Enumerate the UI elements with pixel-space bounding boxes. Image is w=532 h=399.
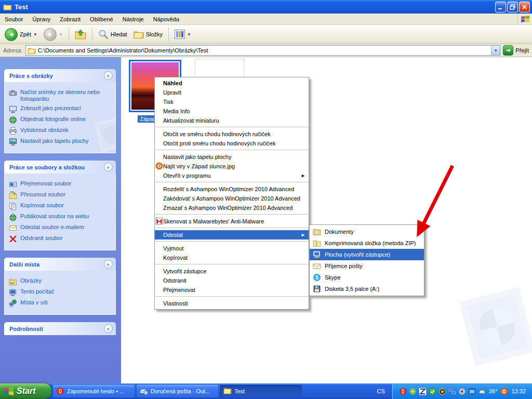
- link-publish-file[interactable]: Publikovat soubor na webu: [9, 213, 113, 221]
- link-order-prints[interactable]: Objednat fotografie online: [9, 116, 113, 124]
- task-zapomenute-heslo[interactable]: Zapomenuté heslo • ...: [53, 385, 135, 397]
- address-dropdown-button[interactable]: ▼: [491, 46, 500, 55]
- menu-item-upravit[interactable]: Upravit: [155, 88, 309, 97]
- submenu-item-zip[interactable]: Komprimovaná složka (metoda ZIP): [310, 237, 424, 249]
- submenu-item-plocha[interactable]: Plocha (vytvořit zástupce): [310, 249, 424, 260]
- views-button[interactable]: ▼: [172, 29, 194, 40]
- shield-check-icon[interactable]: [429, 388, 436, 395]
- submenu-arrow-icon: ►: [301, 232, 305, 237]
- volume-icon[interactable]: [458, 388, 466, 395]
- restore-button[interactable]: [507, 2, 518, 12]
- clock[interactable]: 13:32: [510, 388, 527, 394]
- task-test[interactable]: Test: [220, 385, 302, 397]
- link-rename-file[interactable]: Přejmenovat soubor: [9, 180, 113, 189]
- desktop-icon: [313, 250, 321, 259]
- language-indicator[interactable]: CS: [370, 383, 392, 399]
- menu-bar: Soubor Úpravy Zobrazit Oblíbené Nástroje…: [0, 14, 532, 25]
- link-network-places[interactable]: Místa v síti: [9, 299, 113, 308]
- submenu-item-label: Skype: [325, 274, 341, 281]
- menu-item-vyjmout[interactable]: Vyjmout: [155, 244, 309, 253]
- toolbar-separator: [69, 28, 69, 41]
- close-button[interactable]: [519, 2, 530, 12]
- menu-zobrazit[interactable]: Zobrazit: [55, 15, 85, 24]
- chevron-up-icon[interactable]: «: [104, 260, 113, 269]
- section-header[interactable]: Další místa «: [4, 258, 116, 271]
- menu-separator: [155, 296, 308, 297]
- menu-item-vytvorit-zastupce[interactable]: Vytvořit zástupce: [155, 267, 309, 276]
- network-icon[interactable]: [448, 388, 456, 395]
- menu-item-nahled[interactable]: Náhled: [155, 78, 309, 88]
- menu-item-rozdelit-ashampoo[interactable]: Rozdeliť s Ashampoo WinOptimizer 2010 Ad…: [155, 184, 309, 194]
- section-header[interactable]: Práce se soubory a složkou «: [4, 161, 116, 174]
- submenu-item-skype[interactable]: S Skype: [310, 272, 424, 283]
- submenu-item-prijemce-posty[interactable]: Příjemce pošty: [310, 260, 424, 272]
- link-slideshow[interactable]: Zobrazit jako prezentaci: [9, 105, 113, 113]
- green-flower-icon[interactable]: [409, 388, 417, 395]
- menu-item-otocit-ccw[interactable]: Otočit proti směru chodu hodinových ruči…: [155, 139, 309, 148]
- section-header[interactable]: Práce s obrázky «: [4, 69, 116, 82]
- menu-item-zakodovat-ashampoo[interactable]: Zakódovať s Ashampoo WinOptimizer 2010 A…: [155, 194, 309, 203]
- folders-button[interactable]: Složky: [131, 29, 165, 40]
- zonealarm-icon[interactable]: [419, 388, 427, 395]
- search-button[interactable]: Hledat: [96, 28, 130, 41]
- pictures-folder-icon: [9, 277, 17, 286]
- start-button[interactable]: Start: [0, 383, 51, 399]
- menu-item-media-info[interactable]: Media Info: [155, 107, 309, 116]
- back-dropdown-icon[interactable]: ▼: [33, 32, 37, 37]
- views-dropdown-icon[interactable]: ▼: [187, 32, 191, 37]
- menu-oblibene[interactable]: Oblíbené: [85, 15, 118, 24]
- zip-folder-icon: [313, 239, 321, 247]
- menu-item-tapeta[interactable]: Nastavit jako tapetu plochy: [155, 152, 309, 162]
- ashampoo-icon[interactable]: [500, 388, 508, 395]
- link-print-picture[interactable]: Vytisknout obrázek: [9, 127, 113, 135]
- link-move-file[interactable]: Přesunout soubor: [9, 191, 113, 200]
- link-delete-file[interactable]: Odstranit soubor: [9, 235, 113, 243]
- order-prints-icon: [9, 116, 17, 124]
- address-input[interactable]: C:\Documents and Settings\Administrator\…: [25, 45, 500, 56]
- menu-item-zmazat-ashampoo[interactable]: Zmazať s Ashampoo WinOptimizer 2010 Adva…: [155, 203, 309, 212]
- go-button[interactable]: Přejít: [503, 45, 530, 56]
- submenu-item-disketa[interactable]: Disketa 3,5 palce (A:): [310, 283, 424, 295]
- link-set-wallpaper[interactable]: Nastavit jako tapetu plochy: [9, 138, 113, 146]
- menu-item-otevrit-v-programu[interactable]: Otevřít v programu ►: [155, 171, 309, 180]
- section-other-places: Další místa « Obrázky Tento počítač: [4, 258, 116, 315]
- menu-item-skenovat-malwarebytes[interactable]: Skenovat s Malwarebytes' Anti-Malware: [155, 217, 309, 226]
- menu-item-otocit-cw[interactable]: Otočit ve směru chodu hodinových ručiček: [155, 129, 309, 139]
- system-tray: m 36° 13:32: [392, 383, 532, 399]
- taskbar: Start Zapomenuté heslo • ... Doručená po…: [0, 383, 532, 399]
- menu-item-aktualizovat-miniaturu[interactable]: Aktualizovat miniaturu: [155, 116, 309, 125]
- up-button[interactable]: [72, 28, 89, 41]
- link-my-computer[interactable]: Tento počítač: [9, 288, 113, 297]
- camera-icon: [9, 89, 17, 97]
- section-header[interactable]: Podrobnosti »: [4, 322, 116, 335]
- back-button[interactable]: Zpět ▼: [2, 27, 40, 42]
- link-pictures[interactable]: Obrázky: [9, 277, 113, 286]
- link-copy-file[interactable]: Kopírovat soubor: [9, 202, 113, 210]
- menu-item-odeslat[interactable]: Odeslat ►: [155, 230, 309, 240]
- copy-icon: [9, 202, 17, 210]
- minimize-button[interactable]: [495, 2, 506, 12]
- link-get-pictures[interactable]: Načíst snímky ze skeneru nebo fotoaparát…: [9, 89, 113, 102]
- safely-remove-icon[interactable]: [478, 388, 486, 395]
- menu-nastroje[interactable]: Nástroje: [118, 15, 149, 24]
- menu-item-tisk[interactable]: Tisk: [155, 97, 309, 107]
- menu-soubor[interactable]: Soubor: [0, 15, 28, 24]
- menu-item-odstranit[interactable]: Odstranit: [155, 276, 309, 285]
- menu-napoveda[interactable]: Nápověda: [149, 15, 184, 24]
- opera-icon[interactable]: [399, 388, 407, 395]
- temperature-indicator[interactable]: 36°: [488, 388, 499, 394]
- link-email-file[interactable]: Odeslat soubor e-mailem: [9, 224, 113, 232]
- malwarebytes-icon[interactable]: m: [468, 388, 476, 395]
- menu-upravy[interactable]: Úpravy: [28, 15, 55, 24]
- submenu-item-dokumenty[interactable]: Dokumenty: [310, 226, 424, 237]
- menu-item-najit-viry[interactable]: Najít viry v Západ slunce.jpg: [155, 162, 309, 171]
- chevron-up-icon[interactable]: «: [104, 71, 113, 80]
- chevron-up-icon[interactable]: «: [104, 163, 113, 171]
- menu-item-vlastnosti[interactable]: Vlastnosti: [155, 299, 309, 308]
- menu-item-kopirovat[interactable]: Kopírovat: [155, 253, 309, 262]
- chevron-down-icon[interactable]: »: [104, 324, 113, 333]
- forward-button[interactable]: ▼: [41, 27, 65, 42]
- eye-icon[interactable]: [438, 388, 446, 395]
- menu-item-prejmenovat[interactable]: Přejmenovat: [155, 285, 309, 295]
- task-dorucena-posta[interactable]: Doručená pošta - Out...: [137, 385, 218, 397]
